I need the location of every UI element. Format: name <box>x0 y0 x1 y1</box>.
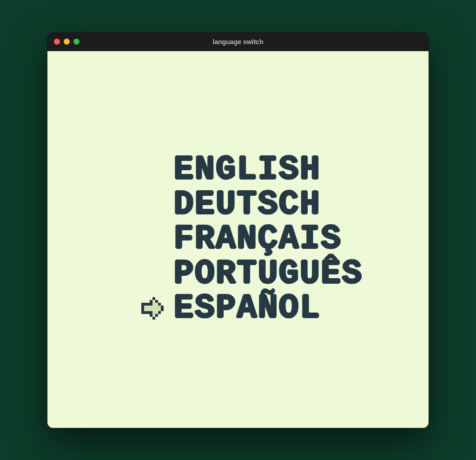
svg-rect-17 <box>152 301 155 316</box>
menu-item-deutsch[interactable]: DEUTSCH <box>132 188 363 221</box>
language-menu: ENGLISH DEUTSCH FRANÇAIS PORTUGUÊS <box>113 153 363 325</box>
svg-rect-3 <box>161 306 164 308</box>
window-content: ENGLISH DEUTSCH FRANÇAIS PORTUGUÊS <box>47 51 429 428</box>
svg-rect-5 <box>158 311 161 314</box>
svg-rect-18 <box>157 306 161 311</box>
traffic-lights <box>54 39 79 45</box>
app-window: language switch ENGLISH DEUTSCH FRANÇAIS… <box>47 33 429 428</box>
titlebar: language switch <box>47 33 429 51</box>
language-label: FRANÇAIS <box>174 223 342 256</box>
menu-item-english[interactable]: ENGLISH <box>132 153 363 187</box>
svg-rect-1 <box>155 300 158 303</box>
language-label: DEUTSCH <box>174 188 321 221</box>
language-label: ESPAÑOL <box>174 292 321 325</box>
svg-rect-6 <box>155 314 158 317</box>
svg-rect-0 <box>152 297 155 300</box>
svg-rect-4 <box>161 308 164 311</box>
svg-rect-8 <box>150 314 152 317</box>
svg-rect-10 <box>141 311 150 314</box>
arrow-right-icon <box>139 296 166 321</box>
menu-item-francais[interactable]: FRANÇAIS <box>132 223 363 256</box>
menu-item-portugues[interactable]: PORTUGUÊS <box>132 258 363 291</box>
svg-rect-2 <box>158 303 161 306</box>
window-zoom-button[interactable] <box>73 39 79 45</box>
svg-rect-9 <box>150 311 152 314</box>
menu-item-espanol[interactable]: ESPAÑOL <box>132 292 363 325</box>
cursor-slot <box>132 296 174 321</box>
svg-rect-13 <box>150 303 152 306</box>
svg-rect-12 <box>141 303 150 306</box>
window-minimize-button[interactable] <box>64 39 70 45</box>
window-close-button[interactable] <box>54 39 60 45</box>
window-title: language switch <box>47 38 429 46</box>
language-label: PORTUGUÊS <box>174 258 363 291</box>
svg-rect-14 <box>150 300 152 303</box>
language-label: ENGLISH <box>174 153 321 187</box>
svg-rect-7 <box>152 317 155 320</box>
